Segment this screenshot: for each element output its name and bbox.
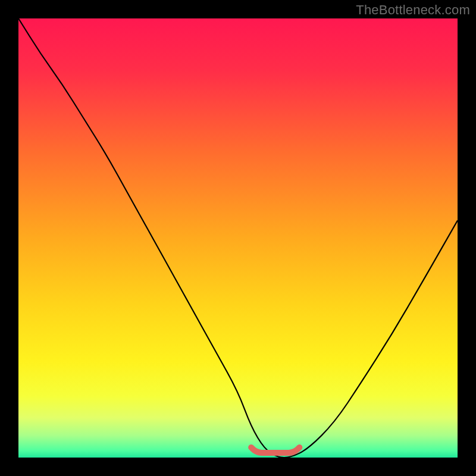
- bottleneck-chart: [18, 18, 458, 458]
- gradient-background: [18, 18, 458, 458]
- watermark-text: TheBottleneck.com: [356, 2, 470, 18]
- plot-area: [18, 18, 458, 458]
- chart-frame: TheBottleneck.com: [0, 0, 476, 476]
